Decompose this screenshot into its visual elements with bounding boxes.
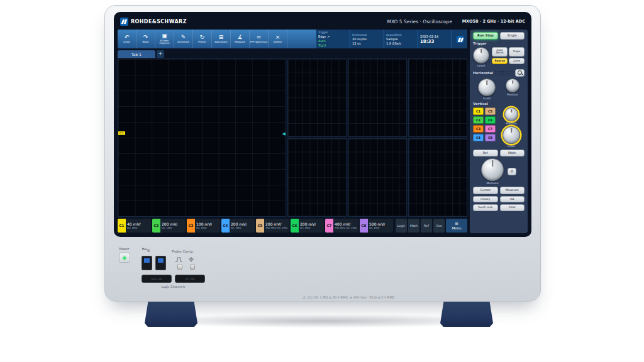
multiuse-knob[interactable] (481, 158, 504, 181)
probe-comp-signal-pad[interactable] (177, 265, 182, 270)
ground-icon (188, 257, 194, 262)
display-button-math[interactable]: Math (408, 219, 419, 233)
channel-detail: DC 1MΩ (196, 227, 212, 229)
panel-channel-button-c6[interactable]: C6 (485, 116, 496, 124)
toolbar-item-preset[interactable]: ↻Preset (193, 30, 212, 48)
math-button[interactable]: Math (500, 150, 525, 157)
pane-c6[interactable] (348, 138, 407, 217)
time-text: 18:33 (420, 39, 450, 44)
add-zoom-icon: ⊞ (219, 35, 224, 40)
vertical-scale-knob[interactable] (502, 126, 520, 144)
channel-badge-c2[interactable]: C2200 mV/DC 1MΩ (152, 219, 186, 233)
display-button-logic[interactable]: Logic (396, 219, 407, 233)
channel-chip: C6 (291, 219, 299, 233)
horizontal-scale-knob[interactable] (478, 79, 496, 96)
channel-badge-c4[interactable]: C4200 mV/DC 1MΩ (221, 219, 255, 233)
toolbar-item-undo[interactable]: ↶Undo (118, 30, 136, 48)
oscilloscope: ROHDE&SCHWARZ MXO 5 Series · Oscilloscop… (104, 5, 541, 302)
history-button[interactable]: History (473, 196, 498, 203)
toolbar-item-spectrum[interactable]: ≈FFT Spectrum (250, 30, 269, 48)
toolbar-item-screen-capture[interactable]: ▣Screen Capture (155, 30, 174, 48)
waveform-area: C1 ◀ (118, 58, 467, 217)
clear-button[interactable]: Clear (500, 204, 525, 211)
panel-channel-button-c2[interactable]: C2 (473, 116, 484, 124)
panel-channel-button-c1[interactable]: C1 (473, 107, 484, 115)
toolbar-item-delete[interactable]: ×Delete (269, 30, 287, 48)
acquisition-status-box[interactable]: Acquisition Sample 1.9 GSa/s (384, 30, 418, 48)
measure-button[interactable]: Measure (500, 187, 525, 194)
pane-c8[interactable] (408, 138, 467, 217)
trigger-status-box[interactable]: Trigger Edge ↗ Auto Trg'd (316, 30, 350, 48)
toolbar-item-label: Annotate (177, 41, 189, 44)
horizontal-position-knob[interactable] (506, 79, 519, 92)
logic-channels-label: Logic Channels (142, 285, 205, 288)
c1-offset-marker[interactable]: C1 (118, 131, 125, 135)
probe-comp-ground-pad[interactable] (190, 265, 195, 270)
trigger-section-label: Trigger (473, 41, 525, 45)
bottom-bar: C140 mV/DC 1MΩC2200 mV/DC 1MΩC3100 mV/DC… (118, 219, 467, 233)
display-button-ref[interactable]: Ref (421, 219, 432, 233)
channel-detail: DC 1MΩ (231, 227, 247, 229)
power-label: Power (119, 247, 130, 251)
pane-c4[interactable] (287, 138, 347, 217)
channel-badge-c1[interactable]: C140 mV/DC 1MΩ (118, 219, 151, 233)
vertical-position-knob[interactable] (504, 107, 518, 121)
channel-badge-c3[interactable]: C3100 mV/DC 1MΩ (187, 219, 220, 233)
toolbar-item-label: Delete (274, 41, 282, 44)
toolbar-item-redo[interactable]: ↷Redo (136, 30, 155, 48)
channel-badge-c6[interactable]: C6200 mV/DC 1MΩ (291, 219, 324, 233)
ref-button[interactable]: Ref (473, 150, 498, 157)
single-button[interactable]: Single (500, 32, 525, 40)
toolbar-item-annotate[interactable]: ✎Annotate (174, 30, 193, 48)
channel-badge-c7[interactable]: C7400 mV/750 MHz DC 1MΩ (325, 219, 358, 233)
redo-icon: ↷ (143, 35, 148, 40)
trigger-level-marker[interactable]: ◀ (282, 131, 286, 136)
toolbar-item-label: Undo (123, 41, 130, 44)
touch-lock-button[interactable]: Touch Lock (473, 204, 498, 211)
channel-chip: C8 (360, 219, 368, 233)
vertical-section-label: Vertical (473, 102, 525, 106)
hd-button[interactable]: HD (500, 196, 525, 203)
trigger-slope-button[interactable]: Slope (509, 47, 525, 57)
trigger-auto-norm-button[interactable]: Auto Norm (492, 47, 508, 57)
pane-c5[interactable] (348, 58, 407, 137)
panel-channel-button-c3[interactable]: C3 (473, 125, 484, 133)
panel-channel-button-c7[interactable]: C7 (485, 125, 496, 133)
trigger-source-button[interactable]: Source (492, 58, 508, 65)
add-tab-button[interactable]: + (157, 50, 164, 58)
toolbar-item-measure[interactable]: ∡Measure (231, 30, 250, 48)
power-button[interactable] (119, 253, 130, 263)
trigger-state: Trg'd (318, 43, 348, 47)
usb-port-2[interactable] (155, 256, 166, 270)
trigger-zone-button[interactable]: Zone (509, 58, 525, 65)
panel-channel-button-c4[interactable]: C4 (473, 134, 484, 141)
trigger-level-knob[interactable] (473, 47, 489, 63)
pane-c1[interactable]: C1 ◀ (118, 58, 286, 217)
cursor-button[interactable]: Cursor (473, 187, 498, 194)
intensity-button[interactable]: ☼ (508, 168, 516, 175)
touchscreen-display: ↶Undo↷Redo▣Screen Capture✎Annotate↻Prese… (118, 30, 467, 233)
level-knob-label: Level (477, 64, 485, 67)
tab-1[interactable]: Tab 1 (118, 50, 155, 58)
channel-badge-c8[interactable]: C8500 mV/DC 1MΩ (360, 219, 393, 233)
menu-button[interactable]: ≡ Menu (446, 219, 467, 233)
logic-connector-1[interactable]: D15…D8 (142, 275, 172, 283)
panel-channel-button-c8[interactable]: C8 (485, 134, 496, 141)
run-stop-button[interactable]: Run Stop (473, 32, 498, 40)
multiuse-label: Multiuse (487, 182, 499, 185)
horizontal-status-box[interactable]: Horizontal 20 ns/div 12 ns (350, 30, 384, 48)
channel-detail: DC 1MΩ (300, 227, 316, 229)
logic-connector-2[interactable]: D7…D0 (175, 275, 205, 283)
panel-channel-button-c5[interactable]: C5 (485, 107, 496, 115)
pane-c3[interactable] (287, 58, 347, 137)
zoom-button[interactable] (515, 69, 525, 77)
toolbar-item-add-zoom[interactable]: ⊞Add Zoom (212, 30, 231, 48)
display-button-gen[interactable]: Gen (433, 219, 445, 233)
usb-port-1[interactable] (142, 256, 152, 270)
input-warning: ⚠ C1–C8: 1 MΩ ≤ 30 V RMS; ≤ 400 Vpk · 50… (303, 295, 394, 299)
spectrum-icon: ≈ (257, 35, 262, 40)
channel-badge-c5[interactable]: C5200 mV/750 MHz DC 1MΩ (256, 219, 289, 233)
horizontal-position-value: 12 ns (352, 41, 382, 45)
toolbar-item-label: Screen Capture (156, 40, 174, 45)
pane-c7[interactable] (408, 58, 467, 137)
